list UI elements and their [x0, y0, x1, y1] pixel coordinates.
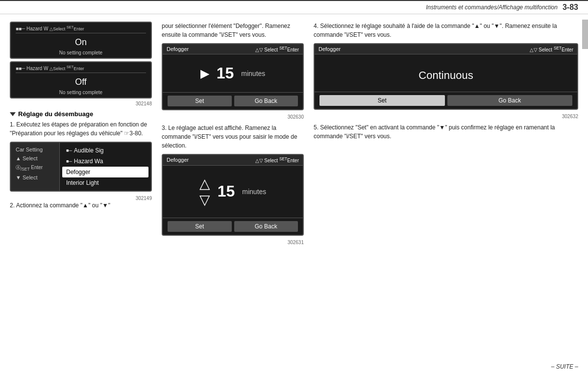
- para2-mid: 3. Le réglage actuel est affiché. Ramene…: [162, 124, 304, 150]
- screen-footer-1: Set Go Back: [163, 92, 303, 109]
- set-btn-1[interactable]: Set: [168, 96, 232, 106]
- defogger-controls-cont: △▽ Select SETEnter: [530, 46, 573, 52]
- screen-off-label: ■■─ Hazard W △Select SETEnter: [16, 65, 84, 71]
- menu-screen: Car Setting ▲ Select Ⓐ/SET Enter ▼ Selec…: [10, 142, 152, 192]
- screen-on-status: No setting complete: [16, 50, 146, 55]
- defogger-title-2: Defogger: [167, 157, 189, 163]
- menu-item-audible: ■─ Audible Sig: [62, 145, 148, 156]
- screen-off: ■■─ Hazard W △Select SETEnter Off No set…: [10, 61, 152, 99]
- screen-off-header: ■■─ Hazard W △Select SETEnter: [16, 65, 146, 73]
- screen-on: ■■─ Hazard W △Select SETEnter On No sett…: [10, 22, 152, 59]
- screen-on-value: On: [16, 35, 146, 50]
- menu-right-panel: ■─ Audible Sig ■─ Hazard Wa Defogger Int…: [60, 143, 151, 191]
- menu-item-defogger: Defogger: [62, 167, 148, 177]
- para1-right: 4. Sélectionnez le réglage souhaité à l'…: [314, 22, 578, 39]
- header-title: Instruments et commandes/Affichage multi…: [426, 4, 558, 11]
- screen-footer-2: Set Go Back: [163, 218, 303, 235]
- car-screen-defogger1: Defogger △▽ Select SETEnter ▶ 15 minutes…: [162, 43, 304, 110]
- para2-right: 5. Sélectionnez "Set" en activant la com…: [314, 123, 578, 141]
- menu-item-interior: Interior Light: [62, 177, 148, 188]
- screen-off-value: Off: [16, 75, 146, 90]
- play-arrow-icon: ▶: [200, 67, 209, 80]
- menu-left-enter: Ⓐ/SET Enter: [13, 163, 57, 173]
- screen-content-cont: Continuous: [315, 54, 577, 92]
- set-btn-2[interactable]: Set: [168, 221, 232, 232]
- left-column: ■■─ Hazard W △Select SETEnter On No sett…: [10, 22, 152, 361]
- car-screen-defogger2: Defogger △▽ Select SETEnter △▽ 15 minute…: [162, 154, 304, 235]
- goback-btn-2[interactable]: Go Back: [234, 221, 298, 232]
- updown-arrow-icon: △▽: [199, 175, 210, 208]
- screen-header-1: Defogger △▽ Select SETEnter: [163, 44, 303, 54]
- img-number-302631: 302631: [162, 240, 304, 245]
- section-title: Réglage du désembuage: [18, 110, 93, 118]
- minutes-label-2: minutes: [242, 188, 266, 196]
- menu-left-select-up: ▲ Select: [13, 154, 57, 163]
- car-screen-continuous: Defogger △▽ Select SETEnter Continuous S…: [314, 43, 578, 110]
- main-content: ■■─ Hazard W △Select SETEnter On No sett…: [0, 14, 588, 369]
- minutes-label-1: minutes: [241, 70, 265, 77]
- screen-footer-cont: Set Go Back: [315, 92, 577, 109]
- img-number-302632: 302632: [314, 114, 578, 119]
- car-setting-label: Car Setting: [16, 147, 43, 152]
- goback-btn-1[interactable]: Go Back: [234, 96, 298, 106]
- para1-mid: pour sélectionner l'élément "Defogger". …: [162, 22, 304, 39]
- step2-text: 2. Actionnez la commande "▲" ou "▼": [10, 201, 152, 210]
- triangle-icon: [10, 112, 16, 116]
- screen-off-status: No setting complete: [16, 90, 146, 95]
- interior-label: Interior Light: [66, 179, 99, 186]
- audible-label: Audible Sig: [74, 147, 104, 154]
- defogger-controls-2: △▽ Select SETEnter: [255, 156, 299, 163]
- menu-left-panel: Car Setting ▲ Select Ⓐ/SET Enter ▼ Selec…: [11, 143, 60, 191]
- defogger-title-cont: Defogger: [318, 46, 341, 52]
- suite-footer: – SUITE –: [551, 363, 578, 370]
- screen-on-header: ■■─ Hazard W △Select SETEnter: [16, 25, 146, 33]
- hazard-icon: ■─: [66, 159, 72, 164]
- sidebar-decoration: [582, 20, 588, 49]
- set-btn-cont[interactable]: Set: [319, 95, 445, 106]
- screen-header-2: Defogger △▽ Select SETEnter: [163, 155, 303, 165]
- goback-btn-cont[interactable]: Go Back: [447, 95, 573, 106]
- audible-icon: ■─: [66, 148, 72, 153]
- select-up-label: ▲ Select: [16, 155, 38, 161]
- minutes-value-1: 15: [217, 64, 234, 82]
- menu-left-select-down: ▼ Select: [13, 173, 57, 182]
- menu-item-hazard: ■─ Hazard Wa: [62, 156, 148, 167]
- img-number-302148: 302148: [10, 101, 152, 106]
- minutes-value-2: 15: [218, 182, 235, 200]
- img-number-302149: 302149: [10, 196, 152, 201]
- screen-header-cont: Defogger △▽ Select SETEnter: [315, 44, 577, 54]
- screen-content-1: ▶ 15 minutes: [163, 54, 303, 92]
- menu-left-car-setting: Car Setting: [13, 145, 57, 154]
- screen-content-2: △▽ 15 minutes: [163, 166, 303, 218]
- continuous-screen: Defogger △▽ Select SETEnter Continuous S…: [314, 43, 578, 119]
- enter-label: Ⓐ/SET Enter: [16, 164, 43, 172]
- defogger-screen-1: Defogger △▽ Select SETEnter ▶ 15 minutes…: [162, 43, 304, 120]
- screen-on-label: ■■─ Hazard W △Select SETEnter: [16, 25, 84, 31]
- defogger-label: Defogger: [66, 169, 90, 175]
- defogger-title-1: Defogger: [167, 46, 189, 52]
- middle-column: pour sélectionner l'élément "Defogger". …: [162, 22, 304, 361]
- defogger-screen-2: Defogger △▽ Select SETEnter △▽ 15 minute…: [162, 154, 304, 245]
- header-page: 3-83: [563, 3, 578, 12]
- page-header: Instruments et commandes/Affichage multi…: [0, 0, 588, 14]
- right-column: 4. Sélectionnez le réglage souhaité à l'…: [314, 22, 578, 361]
- step1-text: 1. Exécutez les étapes de préparation en…: [10, 120, 152, 138]
- defogger-controls-1: △▽ Select SETEnter: [255, 46, 299, 52]
- section-heading: Réglage du désembuage: [10, 110, 152, 118]
- continuous-value: Continuous: [322, 59, 570, 87]
- hazard-label: Hazard Wa: [74, 158, 103, 165]
- select-down-label: ▼ Select: [16, 175, 38, 180]
- img-number-302630: 302630: [162, 114, 304, 120]
